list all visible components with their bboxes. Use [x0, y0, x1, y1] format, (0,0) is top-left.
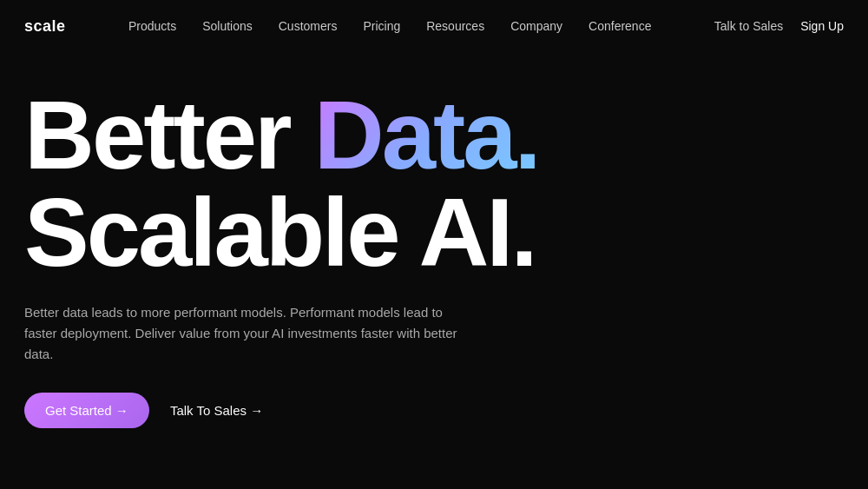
nav-item-pricing[interactable]: Pricing — [363, 19, 400, 33]
nav-sign-up[interactable]: Sign Up — [800, 19, 844, 33]
hero-better-text: Better — [24, 81, 314, 189]
logo[interactable]: scale — [24, 17, 66, 36]
nav-item-solutions[interactable]: Solutions — [202, 19, 253, 33]
nav-item-resources[interactable]: Resources — [426, 19, 484, 33]
hero-subtext: Better data leads to more performant mod… — [24, 302, 476, 365]
hero-line2: Scalable AI. — [24, 184, 844, 281]
talk-to-sales-button[interactable]: Talk To Sales → — [170, 403, 263, 418]
nav-item-company[interactable]: Company — [510, 19, 562, 33]
hero-buttons: Get Started → Talk To Sales → — [24, 393, 844, 428]
hero-headline: Better Data. Scalable AI. — [24, 87, 844, 281]
nav-talk-to-sales[interactable]: Talk to Sales — [714, 19, 783, 33]
nav-right: Talk to Sales Sign Up — [714, 19, 844, 33]
nav-item-products[interactable]: Products — [128, 19, 176, 33]
navbar: scale Products Solutions Customers Prici… — [0, 0, 868, 52]
nav-item-customers[interactable]: Customers — [279, 19, 338, 33]
get-started-button[interactable]: Get Started → — [24, 393, 149, 428]
nav-item-conference[interactable]: Conference — [589, 19, 651, 33]
hero-line1: Better Data. — [24, 87, 844, 184]
nav-center: Products Solutions Customers Pricing Res… — [128, 19, 652, 33]
hero-data-text: Data. — [314, 81, 539, 189]
hero-section: Better Data. Scalable AI. Better data le… — [0, 52, 868, 428]
